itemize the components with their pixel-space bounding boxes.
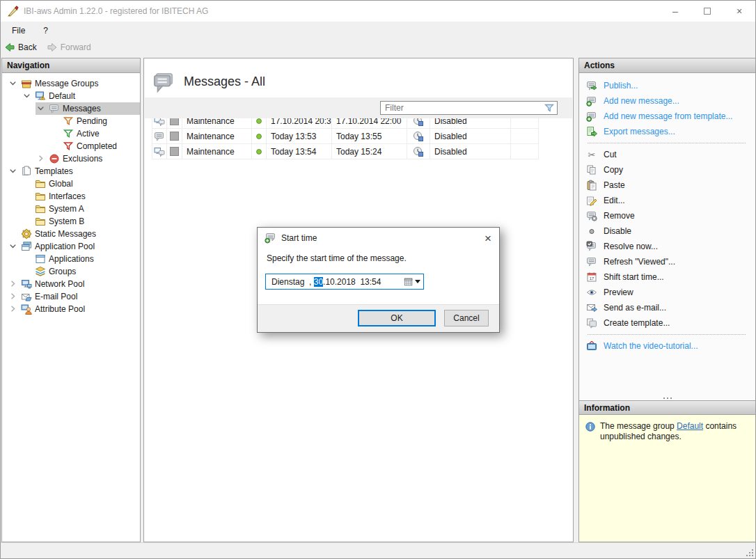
user-icon <box>21 304 32 315</box>
tree-item-label: Exclusions <box>63 154 102 164</box>
action-add-new-message[interactable]: Add new message... <box>586 93 755 109</box>
chevron-spacer <box>22 266 32 277</box>
tree-item-active[interactable]: Active <box>2 127 140 140</box>
action-watch-the-video-tutorial[interactable]: Watch the video-tutorial... <box>586 338 755 354</box>
actions-header: Actions <box>579 58 755 73</box>
action-disable[interactable]: Disable <box>586 223 755 239</box>
action-resolve-now[interactable]: Resolve now... <box>586 239 755 254</box>
tree-item-interfaces[interactable]: Interfaces <box>2 190 140 203</box>
tree-item-system-a[interactable]: System A <box>2 203 140 215</box>
action-create-template[interactable]: Create template... <box>586 315 755 331</box>
tree-item-global[interactable]: Global <box>2 178 140 190</box>
tree-item-exclusions[interactable]: Exclusions <box>2 152 140 165</box>
action-refresh-viewed[interactable]: Refresh "Viewed"... <box>586 254 755 269</box>
menu-item-file[interactable]: File <box>12 26 25 36</box>
chevron-right-icon[interactable] <box>8 278 18 290</box>
forward-label: Forward <box>61 42 91 52</box>
tree-item-pending[interactable]: Pending <box>2 115 140 127</box>
tree-item-templates[interactable]: Templates <box>2 165 140 178</box>
funnel-red-icon <box>63 141 74 152</box>
back-button[interactable]: Back <box>4 42 37 53</box>
chevron-right-icon[interactable] <box>36 153 46 164</box>
ok-button[interactable]: OK <box>358 310 436 326</box>
resize-grip[interactable] <box>744 547 753 556</box>
tree-item-network-pool[interactable]: Network Pool <box>2 278 140 290</box>
bubble-refresh-icon <box>586 256 597 267</box>
cell-flag <box>167 144 182 159</box>
action-add-new-message-from-template[interactable]: Add new message from template... <box>586 109 755 124</box>
cell-message-type <box>152 144 167 159</box>
action-paste[interactable]: Paste <box>586 178 755 193</box>
chevron-right-icon[interactable] <box>8 291 18 302</box>
filter-input[interactable] <box>380 101 558 115</box>
action-label: Publish... <box>604 81 638 90</box>
chevron-spacer <box>22 203 32 214</box>
action-publish[interactable]: Publish... <box>586 78 755 93</box>
tree-item-system-b[interactable]: System B <box>2 215 140 228</box>
action-copy[interactable]: Copy <box>586 162 755 178</box>
action-label: Shift start time... <box>604 272 664 282</box>
tree-item-attribute-pool[interactable]: Attribute Pool <box>2 303 140 315</box>
action-preview[interactable]: Preview <box>586 285 755 300</box>
action-shift-start-time[interactable]: 17Shift start time... <box>586 269 755 285</box>
email-icon <box>21 291 32 302</box>
cell-filler <box>511 129 539 143</box>
cell-viewed: Disabled <box>430 144 511 159</box>
action-remove[interactable]: Remove <box>586 208 755 223</box>
table-row[interactable]: MaintenanceToday 13:54Today 15:24Disable… <box>152 144 539 159</box>
start-time-input[interactable]: Dienstag , 30.10.2018 13:54 <box>265 274 424 290</box>
tree-item-messages[interactable]: Messages <box>2 102 140 115</box>
table-row[interactable]: MaintenanceToday 13:53Today 13:55Disable… <box>152 129 539 144</box>
tree-item-static-messages[interactable]: Static Messages <box>2 228 140 240</box>
page-title: Messages - All <box>184 74 265 89</box>
tree-item-message-groups[interactable]: Message Groups <box>2 77 140 90</box>
cell-viewed-icon <box>407 144 430 159</box>
cell-message-type <box>152 129 167 143</box>
back-label: Back <box>18 42 37 52</box>
minimize-button[interactable]: – <box>659 1 691 22</box>
dialog-close-icon[interactable]: × <box>485 233 491 244</box>
close-button[interactable]: × <box>723 1 755 22</box>
cancel-button[interactable]: Cancel <box>444 310 489 326</box>
tree-item-label: Interfaces <box>49 191 86 201</box>
chevron-down-icon[interactable] <box>8 241 18 252</box>
default-group-link[interactable]: Default <box>677 421 703 431</box>
maximize-button[interactable] <box>691 1 723 22</box>
action-label: Copy <box>604 165 623 175</box>
tree-item-application-pool[interactable]: Application Pool <box>2 240 140 253</box>
panel-splitter[interactable] <box>579 397 755 399</box>
edit-icon <box>586 195 597 206</box>
tv-icon <box>586 340 597 352</box>
chevron-down-icon[interactable] <box>8 166 18 177</box>
action-label: Preview <box>604 288 633 297</box>
bubble-plus-icon <box>586 111 597 122</box>
chevron-spacer <box>22 253 32 265</box>
date-weekday: Dienstag , <box>271 277 314 287</box>
chevron-right-icon[interactable] <box>8 304 18 315</box>
action-export-messages[interactable]: Export messages... <box>586 124 755 139</box>
filter-funnel-icon[interactable] <box>544 102 555 113</box>
action-cut[interactable]: ✂Cut <box>586 147 755 162</box>
cell-start-time: Today 13:54 <box>267 144 332 159</box>
tree-item-e-mail-pool[interactable]: E-mail Pool <box>2 290 140 303</box>
chevron-down-icon[interactable] <box>22 90 32 102</box>
action-send-as-e-mail[interactable]: Send as e-mail... <box>586 300 755 315</box>
menu-item-[interactable]: ? <box>43 26 48 36</box>
date-picker-dropdown[interactable] <box>404 277 423 287</box>
cell-viewed: Disabled <box>430 129 511 143</box>
tree-item-completed[interactable]: Completed <box>2 140 140 152</box>
action-edit[interactable]: Edit... <box>586 193 755 208</box>
layers-icon <box>35 266 46 277</box>
tree-item-groups[interactable]: Groups <box>2 265 140 278</box>
forward-button[interactable]: Forward <box>47 42 91 53</box>
tree-item-default[interactable]: Default <box>2 90 140 102</box>
start-time-dialog: Start time × Specify the start time of t… <box>257 227 500 333</box>
create-template-icon <box>586 317 597 329</box>
chevron-down-icon[interactable] <box>8 78 18 89</box>
chevron-down-icon[interactable] <box>36 103 46 114</box>
cell-status <box>252 129 267 143</box>
email-send-icon <box>586 302 597 313</box>
bubble-check-icon <box>586 241 597 252</box>
actions-separator <box>588 334 746 335</box>
tree-item-applications[interactable]: Applications <box>2 253 140 265</box>
